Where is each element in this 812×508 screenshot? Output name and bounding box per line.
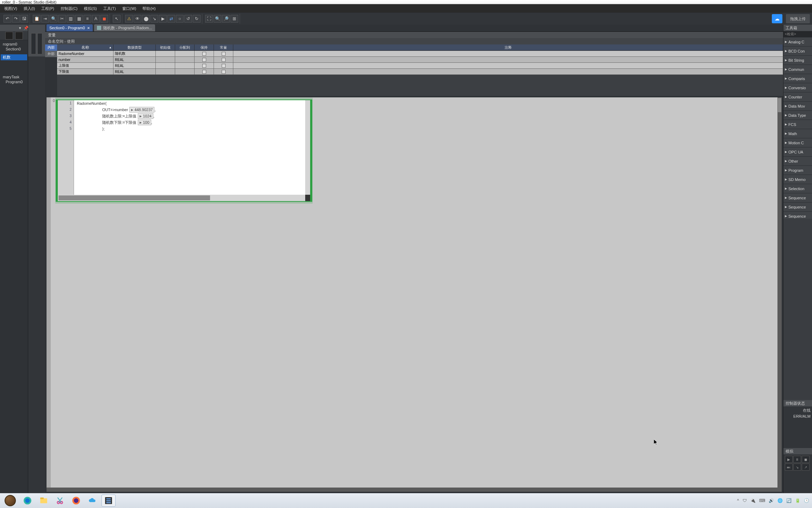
cell-const[interactable] bbox=[214, 63, 233, 69]
sim-pause-button[interactable]: ⏸ bbox=[793, 456, 801, 463]
var-row[interactable]: RadomeNumber 随机数 bbox=[57, 51, 783, 57]
cell-init[interactable] bbox=[156, 51, 175, 57]
start-button[interactable] bbox=[3, 493, 18, 508]
expand-icon[interactable]: ▶ bbox=[785, 141, 787, 144]
toolbox-category[interactable]: ▶Sequence bbox=[783, 193, 812, 202]
monitor-value[interactable]: ▶100 bbox=[138, 120, 151, 125]
toolbox-category[interactable]: ▶BCD Con bbox=[783, 47, 812, 56]
editor-scroll-v[interactable] bbox=[777, 97, 782, 492]
tray-power-icon[interactable]: 🔋 bbox=[795, 498, 800, 503]
cell-keep[interactable] bbox=[195, 63, 214, 69]
zoom100-button[interactable]: ⊞ bbox=[230, 15, 238, 23]
expand-icon[interactable]: ▶ bbox=[785, 95, 787, 98]
var-row[interactable]: number REAL bbox=[57, 57, 783, 63]
toolbox-category[interactable]: ▶SD Memo bbox=[783, 175, 812, 184]
checkbox[interactable] bbox=[222, 58, 226, 62]
cell-const[interactable] bbox=[214, 51, 233, 57]
st-code-block[interactable]: 1 2 3 4 5 RadomeNumber( OUT=>number ▶448… bbox=[57, 99, 311, 202]
col-keep[interactable]: 保持 bbox=[195, 44, 214, 50]
tray-ime-icon[interactable]: ⌨ bbox=[759, 498, 765, 503]
cell-type[interactable]: 随机数 bbox=[113, 51, 156, 57]
toolbox-category[interactable]: ▶Data Type bbox=[783, 111, 812, 120]
col-name[interactable]: 名称 bbox=[81, 45, 89, 50]
toolbox-list[interactable]: ▶Analog C▶BCD Con▶Bit String▶Commun▶Comp… bbox=[783, 37, 812, 219]
menu-help[interactable]: 帮助(H) bbox=[140, 5, 158, 12]
cell-alloc[interactable] bbox=[175, 69, 195, 75]
taskbar-app-explorer[interactable] bbox=[37, 495, 51, 507]
checkbox[interactable] bbox=[222, 70, 226, 74]
cell-comment[interactable] bbox=[233, 63, 783, 69]
toolbox-category[interactable]: ▶Bit String bbox=[783, 56, 812, 65]
cell-comment[interactable] bbox=[233, 57, 783, 63]
sort-icon[interactable]: ▲ bbox=[109, 46, 112, 49]
scroll-thumb[interactable] bbox=[59, 195, 210, 200]
cell-name[interactable]: 下限值 bbox=[57, 69, 113, 75]
back-button[interactable]: ↺ bbox=[184, 15, 192, 23]
element-slot-2[interactable] bbox=[37, 33, 42, 54]
grid-button[interactable]: ▦ bbox=[75, 15, 83, 23]
code-line[interactable]: RadomeNumber( bbox=[74, 100, 305, 107]
element-slot-1[interactable] bbox=[31, 33, 36, 54]
cell-type[interactable]: REAL bbox=[113, 63, 156, 69]
toolbox-category[interactable]: ▶Conversio bbox=[783, 83, 812, 92]
transfer-button[interactable]: ⇄ bbox=[167, 15, 175, 23]
var-row[interactable]: 下限值 REAL bbox=[57, 69, 783, 75]
fwd-button[interactable]: ↻ bbox=[193, 15, 201, 23]
tray-usb-icon[interactable]: 🔌 bbox=[750, 498, 756, 503]
expand-icon[interactable]: ▶ bbox=[131, 108, 133, 111]
zoomin-button[interactable]: 🔍 bbox=[214, 15, 221, 23]
col-type[interactable]: 数据类型 bbox=[113, 44, 156, 50]
expand-icon[interactable]: ▶ bbox=[785, 196, 787, 199]
watch-button[interactable]: 👁 bbox=[134, 15, 141, 23]
paste-button[interactable]: 📋 bbox=[33, 15, 41, 23]
expand-icon[interactable]: ▶ bbox=[785, 205, 787, 208]
checkbox[interactable] bbox=[202, 64, 206, 68]
taskbar-app-snip[interactable] bbox=[53, 495, 67, 507]
cell-name[interactable]: number bbox=[57, 57, 113, 63]
expand-icon[interactable]: ▶ bbox=[785, 159, 787, 163]
windows-taskbar[interactable]: ^ 🛡 🔌 ⌨ 🔊 🌐 🔄 🔋 🕓 bbox=[0, 493, 812, 508]
break-button[interactable]: ⬤ bbox=[142, 15, 150, 23]
tree-task-program[interactable]: Program0 bbox=[1, 79, 27, 84]
checkbox[interactable] bbox=[222, 64, 226, 68]
toolbox-category[interactable]: ▶Commun bbox=[783, 65, 812, 74]
cell-comment[interactable] bbox=[233, 51, 783, 57]
menu-controller[interactable]: 控制器(C) bbox=[58, 5, 80, 12]
sim-stepout-button[interactable]: ↗ bbox=[802, 464, 810, 471]
import-button[interactable]: ⇥ bbox=[41, 15, 49, 23]
sim-stop-button[interactable]: ◼ bbox=[802, 456, 810, 463]
expand-icon[interactable]: ▶ bbox=[785, 132, 787, 135]
menu-window[interactable]: 窗口(W) bbox=[119, 5, 139, 12]
toolbox-search[interactable]: <检索> bbox=[783, 31, 812, 37]
panel-dropdown-icon[interactable]: ▾ bbox=[18, 26, 22, 30]
tree-section[interactable]: Section0 bbox=[1, 47, 27, 52]
tray-shield-icon[interactable]: 🛡 bbox=[743, 498, 747, 503]
code-line[interactable]: ); bbox=[74, 126, 305, 132]
cell-const[interactable] bbox=[214, 57, 233, 63]
align-button[interactable]: ≡ bbox=[84, 15, 91, 23]
menu-project[interactable]: 工程(P) bbox=[38, 5, 57, 12]
code-line[interactable]: 随机数下限:=下限值 ▶100 , bbox=[74, 119, 305, 126]
toolbox-category[interactable]: ▶Analog C bbox=[783, 37, 812, 47]
undo-button[interactable]: ↶ bbox=[4, 15, 11, 23]
cell-init[interactable] bbox=[156, 69, 175, 75]
expand-icon[interactable]: ▶ bbox=[785, 178, 787, 181]
cell-alloc[interactable] bbox=[175, 63, 195, 69]
cell-keep[interactable] bbox=[195, 57, 214, 63]
expand-icon[interactable]: ▶ bbox=[785, 104, 787, 108]
find-button[interactable]: 🔍 bbox=[50, 15, 57, 23]
menu-tools[interactable]: 工具(T) bbox=[100, 5, 119, 12]
cursor-button[interactable]: ↖ bbox=[113, 15, 121, 23]
scroll-thumb[interactable] bbox=[778, 98, 781, 112]
scope-external[interactable]: 外部 bbox=[45, 51, 57, 57]
taskbar-app-firefox[interactable] bbox=[69, 495, 83, 507]
cell-init[interactable] bbox=[156, 57, 175, 63]
tray-clock-icon[interactable]: 🕓 bbox=[804, 498, 809, 503]
code-line[interactable]: 随机数上限:=上限值 ▶1024 , bbox=[74, 113, 305, 119]
toolbox-category[interactable]: ▶Sequence bbox=[783, 212, 812, 219]
expand-icon[interactable]: ▶ bbox=[785, 114, 787, 117]
tray-volume-icon[interactable]: 🔊 bbox=[769, 498, 774, 503]
cell-const[interactable] bbox=[214, 69, 233, 75]
col-init[interactable]: 初始值 bbox=[156, 44, 175, 50]
stop-button[interactable]: ◼ bbox=[100, 15, 108, 23]
